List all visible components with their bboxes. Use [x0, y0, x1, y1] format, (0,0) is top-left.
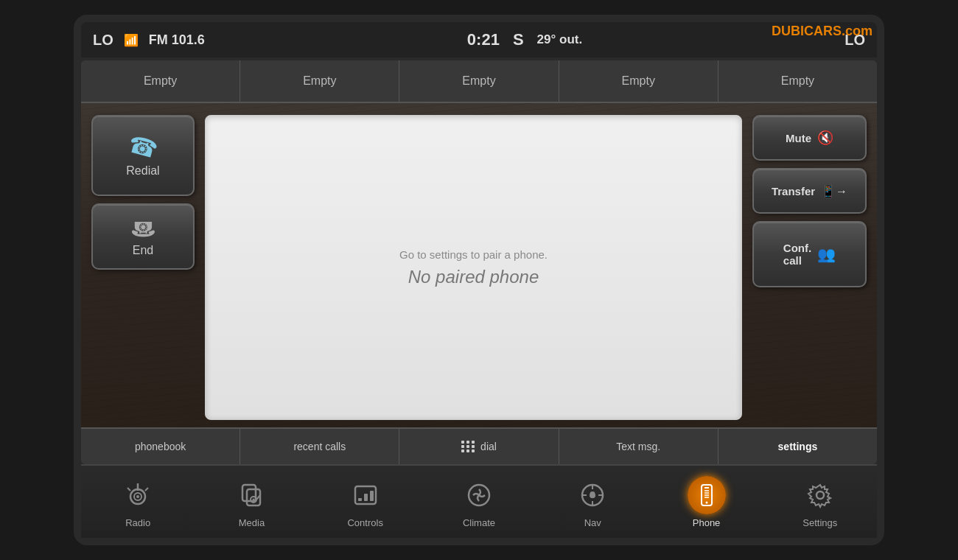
settings-nav-icon: [801, 476, 839, 514]
left-call-buttons: ☎ Redial ☎ End: [91, 115, 195, 420]
end-call-icon: ☎: [130, 217, 156, 241]
svg-point-9: [253, 498, 255, 500]
end-label: End: [133, 244, 153, 257]
nav-controls[interactable]: Controls: [329, 476, 402, 528]
nav-navigation[interactable]: S Nav: [556, 476, 629, 528]
media-nav-label: Media: [239, 517, 265, 528]
main-screen: Empty Empty Empty Empty Empty ☎ Redial: [81, 60, 877, 464]
svg-text:S: S: [590, 490, 595, 500]
phone-status-display: Go to settings to pair a phone. No paire…: [205, 115, 742, 420]
svg-line-4: [127, 488, 130, 491]
nav-phone[interactable]: Phone: [670, 476, 744, 528]
presets-bar: Empty Empty Empty Empty Empty: [81, 60, 877, 103]
status-direction: S: [513, 30, 524, 49]
climate-nav-icon: [460, 476, 498, 514]
transfer-label: Transfer: [772, 185, 815, 197]
status-time: 0:21: [467, 30, 500, 49]
svg-rect-13: [358, 498, 362, 501]
redial-button[interactable]: ☎ Redial: [91, 115, 195, 196]
controls-nav-icon: [346, 476, 385, 514]
nav-settings[interactable]: Settings: [783, 476, 857, 528]
phone-tabs: phonebook recent calls dial Text msg. se…: [81, 427, 877, 464]
pair-hint-text: Go to settings to pair a phone.: [399, 248, 548, 261]
redial-label: Redial: [126, 164, 159, 178]
mute-icon: 🔇: [817, 130, 833, 146]
climate-nav-label: Climate: [463, 517, 495, 528]
radio-station: FM 101.6: [149, 32, 205, 48]
conf-label-line1: Conf.: [783, 242, 811, 254]
phone-nav-label: Phone: [693, 517, 721, 528]
status-lo-right: LO: [845, 32, 865, 48]
controls-nav-label: Controls: [347, 517, 382, 528]
right-action-buttons: Mute 🔇 Transfer 📱→ Conf. call 👥: [752, 115, 867, 420]
tab-dial[interactable]: dial: [399, 429, 559, 464]
radio-nav-icon: [119, 476, 157, 514]
settings-nav-label: Settings: [803, 517, 837, 528]
nav-nav-icon: S: [573, 476, 612, 514]
status-temperature: 29° out.: [537, 32, 583, 47]
preset-5[interactable]: Empty: [718, 60, 877, 102]
nav-radio[interactable]: Radio: [101, 476, 175, 528]
phone-nav-icon: [688, 476, 726, 514]
tab-text-msg[interactable]: Text msg.: [559, 429, 718, 464]
main-content: ☎ Redial ☎ End Go to settings to pair a …: [81, 103, 877, 427]
no-phone-message: No paired phone: [408, 267, 539, 287]
conference-icon: 👥: [817, 245, 836, 263]
tab-settings[interactable]: settings: [718, 429, 877, 464]
nav-climate[interactable]: Climate: [442, 476, 516, 528]
svg-point-3: [136, 495, 139, 498]
svg-rect-14: [364, 494, 368, 501]
transfer-button[interactable]: Transfer 📱→: [752, 168, 867, 214]
radio-wave-icon: 📶: [124, 33, 139, 47]
svg-point-26: [705, 501, 707, 503]
preset-3[interactable]: Empty: [399, 60, 559, 102]
preset-2[interactable]: Empty: [240, 60, 399, 102]
svg-line-5: [145, 488, 148, 491]
end-call-button[interactable]: ☎ End: [91, 203, 195, 270]
tab-phonebook[interactable]: phonebook: [81, 429, 240, 464]
transfer-phone-icon: 📱→: [821, 184, 847, 198]
conference-call-button[interactable]: Conf. call 👥: [752, 221, 867, 287]
mute-button[interactable]: Mute 🔇: [752, 115, 867, 161]
svg-rect-15: [370, 491, 374, 501]
status-center: 0:21 S 29° out.: [467, 30, 582, 49]
status-lo-left: LO: [93, 32, 113, 49]
conf-label-line2: call: [783, 254, 811, 267]
status-bar: LO 📶 FM 101.6 0:21 S 29° out. LO: [81, 22, 877, 57]
tab-recent-calls[interactable]: recent calls: [240, 429, 399, 464]
preset-4[interactable]: Empty: [559, 60, 718, 102]
status-left: LO 📶 FM 101.6: [93, 32, 205, 49]
radio-nav-label: Radio: [125, 517, 150, 528]
car-infotainment-screen: DUBICARS.com LO 📶 FM 101.6 0:21 S 29° ou…: [74, 15, 884, 545]
media-nav-icon: [232, 476, 270, 514]
phone-handset-icon: ☎: [125, 130, 161, 164]
svg-point-31: [817, 491, 824, 499]
dial-grid-icon: [461, 441, 475, 452]
status-right: LO: [845, 32, 865, 49]
mute-label: Mute: [786, 132, 811, 144]
nav-nav-label: Nav: [584, 517, 601, 528]
nav-media[interactable]: Media: [214, 476, 288, 528]
bottom-navigation: Radio Media: [81, 464, 877, 538]
preset-1[interactable]: Empty: [81, 60, 240, 102]
